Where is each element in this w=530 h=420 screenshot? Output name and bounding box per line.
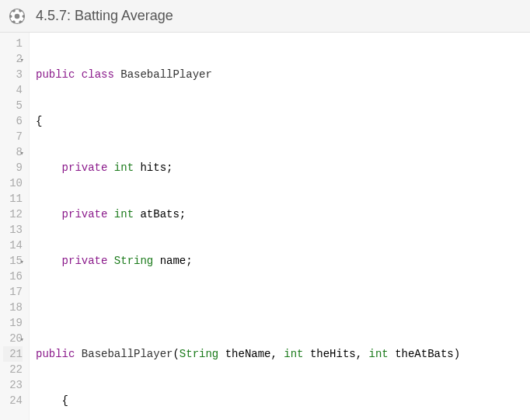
fold-icon[interactable]: ▾	[20, 255, 24, 270]
code-line[interactable]: {	[36, 393, 530, 408]
gutter-line: 20▾	[3, 331, 23, 346]
code-line[interactable]: public class BaseballPlayer	[36, 67, 530, 82]
code-line[interactable]	[36, 300, 530, 315]
gutter-line: 22	[3, 362, 23, 377]
gutter-line: 2▾	[3, 51, 23, 67]
gutter-line: 15▾	[3, 253, 23, 269]
gutter-line: 24	[3, 393, 23, 408]
gutter-line: 6	[3, 113, 23, 129]
gutter-line: 5	[3, 98, 23, 113]
code-line[interactable]: public BaseballPlayer(String theName, in…	[36, 346, 530, 362]
gutter-line: 3	[3, 67, 23, 82]
gutter-line: 21	[3, 346, 23, 362]
gutter-line: 9	[3, 160, 23, 175]
code-area[interactable]: public class BaseballPlayer { private in…	[30, 33, 530, 420]
code-line[interactable]: private String name;	[36, 253, 530, 269]
code-line[interactable]: private int hits;	[36, 160, 530, 175]
gutter-line: 1	[3, 36, 23, 51]
gutter-line: 14	[3, 238, 23, 253]
gear-icon[interactable]	[8, 7, 26, 26]
fold-icon[interactable]: ▾	[20, 53, 24, 68]
gutter-line: 13	[3, 222, 23, 238]
gutter-line: 17	[3, 284, 23, 300]
gutter-line: 18	[3, 300, 23, 315]
gutter-line: 12	[3, 207, 23, 222]
gutter-line: 10	[3, 175, 23, 191]
page-title: 4.5.7: Batting Average	[36, 8, 173, 24]
line-gutter: 1 2▾ 3 4 5 6 7 8▾ 9 10 11 12 13 14 15▾ 1…	[0, 33, 30, 420]
fold-icon[interactable]: ▾	[20, 332, 24, 348]
code-editor[interactable]: 1 2▾ 3 4 5 6 7 8▾ 9 10 11 12 13 14 15▾ 1…	[0, 33, 530, 420]
code-line[interactable]: {	[36, 113, 530, 129]
gutter-line: 8▾	[3, 144, 23, 160]
gutter-line: 7	[3, 129, 23, 144]
code-line[interactable]: private int atBats;	[36, 207, 530, 222]
gutter-line: 11	[3, 191, 23, 207]
gutter-line: 23	[3, 377, 23, 393]
gutter-line: 19	[3, 315, 23, 331]
fold-icon[interactable]: ▾	[20, 146, 24, 161]
header-bar: 4.5.7: Batting Average	[0, 0, 530, 33]
gutter-line: 4	[3, 82, 23, 98]
gutter-line: 16	[3, 269, 23, 284]
